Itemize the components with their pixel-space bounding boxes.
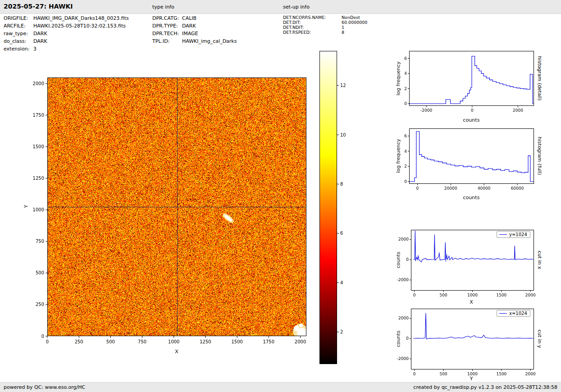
meta-value: CALIB bbox=[182, 15, 196, 21]
meta-row: DPR.TECH:IMAGE bbox=[152, 31, 237, 38]
meta-value: HAWKI_img_cal_Darks bbox=[182, 38, 237, 44]
meta-value: 1 bbox=[342, 25, 344, 30]
cut-in-x-canvas bbox=[388, 226, 536, 305]
meta-label: TPL.ID: bbox=[152, 38, 182, 44]
meta-label: ARCFILE: bbox=[4, 23, 33, 29]
legend-line-sample bbox=[499, 313, 507, 314]
meta-value: IMAGE bbox=[182, 31, 198, 36]
legend-label: y=1024 bbox=[509, 232, 527, 237]
histogram-full-ylabel: log frequency bbox=[396, 139, 401, 173]
cut-in-x-xlabel: X bbox=[470, 299, 473, 305]
meta-row: DET.NDIT:1 bbox=[283, 25, 367, 30]
main-image-canvas bbox=[18, 63, 315, 358]
cut-in-y-canvas bbox=[388, 305, 536, 384]
meta-value: 8 bbox=[342, 30, 344, 35]
meta-row: DET.NCORRS.NAME:NonDest bbox=[283, 15, 367, 20]
footer-left-text: powered by QC: www.eso.org/HC bbox=[4, 384, 85, 390]
histogram-full-canvas bbox=[388, 125, 536, 204]
meta-label: DPR.TECH: bbox=[152, 31, 182, 36]
colorbar-canvas bbox=[315, 49, 358, 369]
meta-row: extension:3 bbox=[4, 46, 129, 54]
meta-label: DET.RSPEED: bbox=[283, 30, 342, 35]
page-title: 2025-05-27: HAWKI bbox=[4, 3, 73, 10]
cut-in-y-side-label: cut in y bbox=[537, 330, 543, 348]
meta-row: DPR.TYPE:DARK bbox=[152, 23, 237, 31]
cut-in-x-ylabel: counts bbox=[396, 252, 401, 269]
meta-row: do_class:DARK bbox=[4, 38, 129, 46]
meta-value: HAWKI.2025-05-28T10:32:02.153.fits bbox=[33, 23, 126, 29]
meta-label: DPR.CATG: bbox=[152, 15, 182, 21]
legend-line-sample bbox=[499, 234, 507, 235]
type-info-heading: type info bbox=[152, 4, 174, 10]
meta-row: ARCFILE:HAWKI.2025-05-28T10:32:02.153.fi… bbox=[4, 23, 129, 31]
cut-in-x-legend: y=1024 bbox=[497, 231, 530, 238]
footer-right-text: created by qc_rawdisp.py v1.2.3 on 2025-… bbox=[413, 384, 557, 390]
meta-label: DET.DIT: bbox=[283, 20, 342, 25]
cut-in-y-legend: x=1024 bbox=[497, 310, 530, 317]
meta-row: DPR.CATG:CALIB bbox=[152, 15, 237, 23]
footer-bar: powered by QC: www.eso.org/HC created by… bbox=[0, 382, 561, 392]
file-info-block: ORIGFILE:HAWKI_IMG_DARK_Darks148_0023.fi… bbox=[4, 15, 129, 54]
meta-value: NonDest bbox=[342, 15, 360, 20]
meta-row: raw_type:DARK bbox=[4, 31, 129, 38]
cut-in-y-xlabel: Y bbox=[470, 376, 473, 382]
setup-info-block: DET.NCORRS.NAME:NonDest DET.DIT:60.00000… bbox=[283, 15, 367, 35]
main-ylabel: Y bbox=[23, 205, 29, 208]
meta-label: ORIGFILE: bbox=[4, 15, 33, 21]
histogram-detail-xlabel: counts bbox=[463, 117, 480, 123]
histogram-detail-side-label: histogram (detail) bbox=[537, 56, 543, 101]
type-info-block: DPR.CATG:CALIB DPR.TYPE:DARK DPR.TECH:IM… bbox=[152, 15, 237, 46]
meta-row: DET.RSPEED:8 bbox=[283, 30, 367, 35]
histogram-full-xlabel: counts bbox=[463, 195, 480, 201]
meta-value: HAWKI_IMG_DARK_Darks148_0023.fits bbox=[33, 15, 129, 21]
meta-label: DPR.TYPE: bbox=[152, 23, 182, 29]
histogram-full-side-label: histogram (full) bbox=[537, 137, 543, 175]
meta-value: DARK bbox=[182, 23, 196, 29]
meta-label: extension: bbox=[4, 46, 33, 52]
cut-in-x-side-label: cut in x bbox=[537, 251, 543, 269]
meta-value: 3 bbox=[33, 46, 36, 52]
meta-label: DET.NDIT: bbox=[283, 25, 342, 30]
cut-in-y-ylabel: counts bbox=[396, 331, 401, 347]
meta-row: DET.DIT:60.0000000 bbox=[283, 20, 367, 25]
meta-label: do_class: bbox=[4, 38, 33, 44]
histogram-detail-canvas bbox=[388, 47, 536, 126]
meta-label: raw_type: bbox=[4, 31, 33, 36]
meta-label: DET.NCORRS.NAME: bbox=[283, 15, 342, 20]
histogram-detail-ylabel: log frequency bbox=[396, 61, 401, 95]
meta-row: ORIGFILE:HAWKI_IMG_DARK_Darks148_0023.fi… bbox=[4, 15, 129, 23]
meta-value: 60.0000000 bbox=[342, 20, 367, 25]
setup-info-heading: set-up info bbox=[283, 4, 310, 10]
main-xlabel: X bbox=[175, 349, 178, 355]
legend-label: x=1024 bbox=[509, 311, 527, 316]
meta-value: DARK bbox=[33, 38, 47, 44]
meta-row: TPL.ID:HAWKI_img_cal_Darks bbox=[152, 38, 237, 46]
header-bar: 2025-05-27: HAWKI type info set-up info bbox=[0, 0, 561, 14]
meta-value: DARK bbox=[33, 31, 47, 36]
